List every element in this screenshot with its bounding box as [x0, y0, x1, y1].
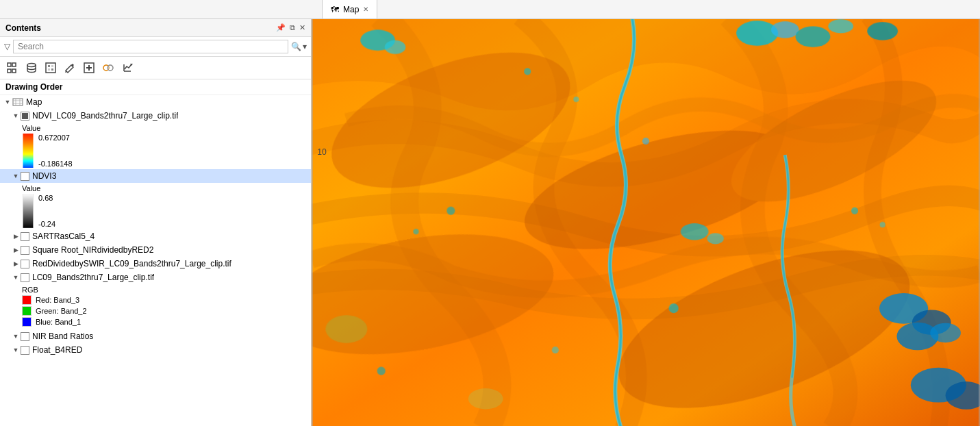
svg-point-51 [880, 222, 885, 227]
svg-point-49 [377, 366, 386, 375]
svg-point-45 [413, 229, 418, 234]
map-tab-icon: 🗺 [331, 5, 339, 14]
layer-square-root[interactable]: ▶ Square Root_NIRdividedbyRED2 [0, 243, 311, 257]
layer-sart-label: SARTRasCal5_4 [32, 231, 95, 241]
svg-rect-5 [46, 63, 55, 73]
layer-float-label: Float_B4RED [32, 345, 82, 355]
svg-point-50 [851, 208, 858, 214]
layer-map-root[interactable]: ▼ Map [0, 95, 311, 109]
expand-square-root-icon[interactable]: ▶ [11, 245, 21, 255]
checkbox-square-root[interactable] [21, 246, 29, 255]
contents-toolbar [0, 57, 311, 79]
ndvi3-gradient-bar [22, 194, 34, 228]
svg-point-48 [552, 347, 559, 353]
section-title: Drawing Order [0, 79, 311, 95]
rgb-label: RGB [22, 286, 308, 294]
map-tab-close[interactable]: ✕ [363, 5, 368, 13]
svg-rect-6 [48, 65, 50, 67]
layer-ndvi3-label: NDVI3 [32, 171, 56, 181]
checkbox-ndvi3[interactable] [21, 172, 29, 181]
svg-rect-19 [23, 134, 34, 168]
svg-point-32 [828, 19, 853, 33]
tab-bar: 🗺 Map ✕ [0, 0, 980, 19]
analysis-icon[interactable] [119, 60, 136, 76]
svg-point-43 [573, 97, 579, 102]
ndvi3-gradient-row: 0.68 -0.24 [22, 194, 308, 228]
ndvi-lc09-gradient-row: 0.672007 -0.186148 [22, 134, 308, 168]
map-tab-label: Map [343, 5, 359, 14]
expand-nir-icon[interactable]: ▼ [11, 331, 21, 341]
layer-nir-label: NIR Band Ratios [32, 331, 93, 341]
green-swatch [22, 306, 32, 316]
svg-point-29 [736, 21, 778, 46]
edit-pencil-icon[interactable] [62, 60, 78, 76]
svg-point-28 [385, 40, 406, 54]
layer-ndvi3[interactable]: ▼ NDVI3 [0, 169, 311, 183]
search-icon: 🔍 [291, 42, 301, 51]
map-layer-icon [12, 97, 23, 108]
raster-icon[interactable] [42, 60, 59, 76]
expand-sart-icon[interactable]: ▶ [11, 231, 21, 241]
ndvi3-max-value: 0.68 [38, 194, 55, 202]
float-icon[interactable]: ⧉ [290, 23, 295, 32]
tree-panel[interactable]: ▼ Map ▼ NDVI_LC09_Bands2thru7_Large_clip… [0, 95, 311, 426]
ndvi-lc09-gradient-values: 0.672007 -0.186148 [38, 134, 73, 168]
layer-map-label: Map [26, 97, 42, 107]
unpin-icon[interactable]: 📌 [276, 23, 286, 32]
red-swatch [22, 295, 32, 305]
svg-rect-7 [51, 65, 53, 67]
svg-point-53 [468, 388, 503, 410]
ndvi-lc09-gradient-bar [22, 134, 34, 168]
list-view-icon[interactable] [4, 60, 21, 76]
checkbox-red-divided[interactable] [21, 260, 29, 268]
expand-ndvi-lc09-icon[interactable]: ▼ [11, 111, 21, 121]
svg-rect-0 [8, 63, 11, 66]
ndvi-lc09-min-value: -0.186148 [38, 160, 73, 168]
contents-panel: Contents 📌 ⧉ ✕ ▽ 🔍 ▾ [0, 19, 312, 426]
rgb-blue-item: Blue: Band_1 [22, 317, 308, 327]
search-input[interactable] [13, 40, 288, 53]
layer-sart[interactable]: ▶ SARTRasCal5_4 [0, 229, 311, 243]
checkbox-nir[interactable] [21, 332, 29, 341]
search-dropdown-icon: ▾ [303, 42, 307, 51]
ndvi-lc09-legend: Value [0, 123, 311, 169]
panel-title: Contents [5, 23, 41, 33]
filter-icon: ▽ [4, 42, 10, 51]
layer-float-b4red[interactable]: ▼ Float_B4RED [0, 343, 311, 357]
layer-lc09-bands[interactable]: ▼ LC09_Bands2thru7_Large_clip.tif [0, 271, 311, 284]
checkbox-float[interactable] [21, 346, 29, 355]
symbology-icon[interactable] [100, 60, 116, 76]
checkbox-sart[interactable] [21, 232, 29, 241]
close-panel-icon[interactable]: ✕ [299, 23, 305, 32]
layer-lc09-label: LC09_Bands2thru7_Large_clip.tif [32, 273, 154, 282]
expand-red-divided-icon[interactable]: ▶ [11, 259, 21, 268]
expand-map-icon[interactable]: ▼ [3, 97, 12, 107]
checkbox-ndvi-lc09[interactable] [21, 112, 29, 121]
database-icon[interactable] [23, 60, 40, 76]
svg-rect-9 [51, 68, 53, 71]
map-area[interactable]: 10 [312, 19, 980, 426]
layer-nir-ratios[interactable]: ▼ NIR Band Ratios [0, 329, 311, 343]
expand-ndvi3-icon[interactable]: ▼ [11, 171, 21, 181]
layer-ndvi-lc09[interactable]: ▼ NDVI_LC09_Bands2thru7_Large_clip.tif [0, 109, 311, 123]
search-button[interactable]: 🔍 ▾ [291, 42, 307, 51]
svg-point-39 [930, 323, 961, 342]
svg-rect-3 [12, 69, 16, 73]
ndvi3-legend: Value 0.68 -0.24 [0, 183, 311, 229]
svg-point-35 [707, 233, 723, 244]
svg-point-52 [325, 315, 367, 343]
svg-text:10: 10 [317, 147, 327, 157]
map-tab[interactable]: 🗺 Map ✕ [322, 0, 377, 18]
add-layer-icon[interactable] [81, 60, 97, 76]
svg-point-34 [681, 223, 709, 240]
svg-rect-8 [48, 68, 50, 71]
svg-point-44 [447, 207, 455, 215]
main-layout: Contents 📌 ⧉ ✕ ▽ 🔍 ▾ [0, 19, 980, 426]
layer-red-divided[interactable]: ▶ RedDividedbySWIR_LC09_Bands2thru7_Larg… [0, 257, 311, 271]
rgb-red-item: Red: Band_3 [22, 295, 308, 305]
svg-point-42 [524, 68, 531, 75]
expand-lc09-icon[interactable]: ▼ [11, 273, 21, 282]
expand-float-icon[interactable]: ▼ [11, 345, 21, 355]
ndvi-lc09-max-value: 0.672007 [38, 134, 73, 142]
checkbox-lc09[interactable] [21, 273, 29, 282]
